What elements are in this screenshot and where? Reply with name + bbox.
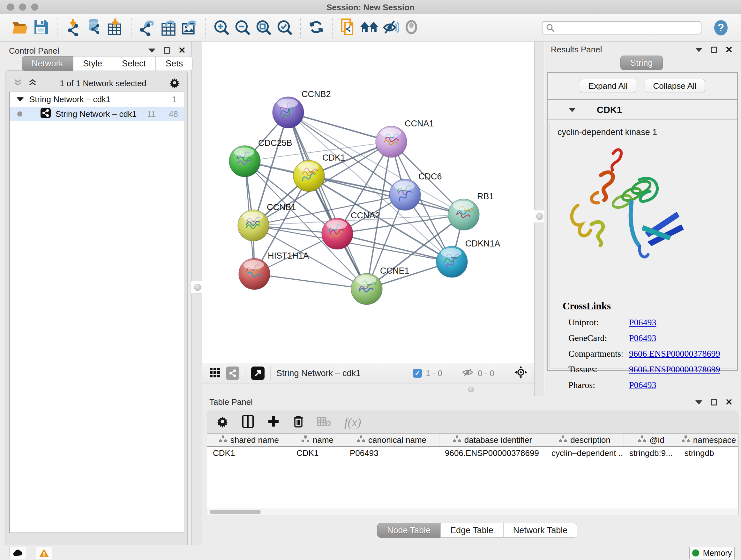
- collapse-section-icon[interactable]: [569, 108, 576, 112]
- edge-CCNB2-CCNA1[interactable]: [288, 112, 391, 142]
- save-button[interactable]: [30, 17, 52, 38]
- crosslink-link[interactable]: 9606.ENSP00000378699: [629, 349, 720, 359]
- selected-checkbox-icon[interactable]: ✓: [413, 369, 422, 378]
- panel-menu-icon[interactable]: [695, 400, 702, 405]
- zoom-in-button[interactable]: [211, 17, 232, 38]
- edge-CCNB2-CCNE1[interactable]: [288, 112, 367, 289]
- collapse-all-button[interactable]: Collapse All: [645, 79, 705, 93]
- eye-button[interactable]: [401, 17, 422, 38]
- crosslink-link[interactable]: P06493: [629, 380, 657, 390]
- expand-all-button[interactable]: Expand All: [580, 79, 636, 93]
- tree-expand-icon[interactable]: [17, 98, 23, 102]
- import-table-button[interactable]: [105, 17, 126, 38]
- node-CCNE1[interactable]: CCNE1: [351, 266, 409, 305]
- import-network-button[interactable]: [63, 17, 84, 38]
- delete-column-icon[interactable]: [293, 415, 304, 429]
- tab-style[interactable]: Style: [73, 56, 112, 71]
- tab-network-table[interactable]: Network Table: [503, 523, 578, 538]
- left-splitter[interactable]: [192, 42, 202, 545]
- table-settings-gear-icon[interactable]: [216, 415, 229, 429]
- grid-view-icon[interactable]: [209, 366, 221, 380]
- panel-menu-icon[interactable]: [695, 48, 702, 52]
- network-collection-row[interactable]: String Network – cdk1 1: [10, 92, 184, 107]
- table-cell[interactable]: 9606.ENSP00000378699: [439, 447, 546, 459]
- memory-button[interactable]: Memory: [689, 547, 735, 559]
- float-panel-icon[interactable]: [164, 47, 170, 54]
- close-panel-icon[interactable]: ✕: [725, 45, 733, 54]
- zoom-selected-button[interactable]: [274, 17, 295, 38]
- column-header-namespace[interactable]: namespace: [679, 434, 738, 447]
- collapse-all-icon[interactable]: [13, 78, 23, 89]
- network-list-header: 1 of 1 Network selected: [5, 76, 187, 90]
- node-CDKN1A[interactable]: CDKN1A: [436, 239, 500, 277]
- column-header-description[interactable]: description: [546, 434, 623, 447]
- close-panel-icon[interactable]: ✕: [179, 46, 186, 55]
- panel-menu-icon[interactable]: [148, 49, 155, 53]
- edge-HIST1H1A-CCNE1[interactable]: [254, 274, 367, 289]
- export-image-button[interactable]: [179, 17, 200, 38]
- close-panel-icon[interactable]: ✕: [725, 398, 733, 407]
- crosslink-link[interactable]: P06493: [629, 317, 657, 327]
- zoom-out-button[interactable]: [232, 17, 253, 38]
- results-actions: Expand All Collapse All: [547, 72, 738, 100]
- expand-all-icon[interactable]: [28, 78, 37, 89]
- node-HIST1H1A[interactable]: HIST1H1A: [239, 251, 309, 290]
- table-cell[interactable]: CDK1: [291, 447, 344, 459]
- eye-slash-button[interactable]: [380, 17, 401, 38]
- network-row[interactable]: String Network – cdk1 11 48: [10, 107, 184, 121]
- float-panel-icon[interactable]: [711, 399, 717, 406]
- table-cell[interactable]: P06493: [344, 447, 439, 459]
- node-CDK1[interactable]: CDK1: [293, 153, 345, 192]
- export-network-button[interactable]: [137, 17, 158, 38]
- export-table-button[interactable]: [158, 17, 179, 38]
- tab-sets[interactable]: Sets: [156, 56, 193, 71]
- network-canvas[interactable]: CCNB2 CCNA1 CDC25B CDK1: [202, 42, 534, 363]
- column-tree-icon: [219, 435, 227, 445]
- search-input[interactable]: [542, 21, 701, 35]
- birdseye-icon[interactable]: [514, 365, 528, 381]
- node-CCNA1[interactable]: CCNA1: [376, 119, 434, 158]
- warning-status-button[interactable]: [36, 547, 52, 559]
- tab-select[interactable]: Select: [112, 56, 156, 71]
- column-header-database-identifier[interactable]: database identifier: [439, 434, 546, 447]
- open-button[interactable]: [10, 17, 30, 38]
- table-hscrollbar[interactable]: [207, 509, 738, 515]
- node-table: shared namenamecanonical namedatabase id…: [207, 434, 738, 515]
- table-cell[interactable]: cyclin–dependent ...: [546, 447, 623, 459]
- add-column-icon[interactable]: [267, 415, 280, 429]
- clone-document-button[interactable]: [338, 17, 359, 38]
- show-columns-icon[interactable]: [242, 415, 254, 430]
- tab-node-table[interactable]: Node Table: [377, 523, 441, 538]
- import-database-button[interactable]: [84, 17, 105, 38]
- table-cell[interactable]: stringdb: [679, 447, 738, 459]
- column-header--id[interactable]: @id: [623, 434, 679, 447]
- network-graph[interactable]: CCNB2 CCNA1 CDC25B CDK1: [202, 42, 534, 363]
- svg-text:?: ?: [718, 21, 724, 34]
- crosslink-link[interactable]: P06493: [629, 333, 657, 343]
- zoom-fit-button[interactable]: [253, 17, 274, 38]
- node-RB1[interactable]: RB1: [448, 192, 494, 230]
- refresh-button[interactable]: [306, 17, 327, 38]
- float-panel-icon[interactable]: [711, 47, 717, 53]
- node-CCNB1[interactable]: CCNB1: [238, 202, 296, 241]
- hscroll-thumb[interactable]: [210, 510, 261, 514]
- column-header-shared-name[interactable]: shared name: [207, 434, 291, 447]
- tab-string[interactable]: String: [620, 56, 663, 70]
- table-cell[interactable]: stringdb:9...: [623, 447, 679, 459]
- houses-button[interactable]: [359, 17, 380, 38]
- cloud-status-button[interactable]: [10, 547, 26, 559]
- tab-network[interactable]: Network: [22, 56, 73, 71]
- bottom-splitter-handle[interactable]: [465, 385, 477, 394]
- tab-edge-table[interactable]: Edge Table: [441, 523, 503, 538]
- node-CDC25B[interactable]: CDC25B: [229, 138, 292, 177]
- crosslink-link[interactable]: 9606.ENSP00000378699: [629, 364, 720, 374]
- table-row[interactable]: CDK1CDK1P064939606.ENSP00000378699cyclin…: [207, 447, 738, 459]
- share-view-icon[interactable]: [226, 367, 239, 380]
- column-header-canonical-name[interactable]: canonical name: [344, 434, 439, 447]
- gene-section-header[interactable]: CDK1: [548, 100, 737, 120]
- column-header-name[interactable]: name: [291, 434, 344, 447]
- open-in-window-icon[interactable]: [251, 367, 265, 380]
- gear-icon[interactable]: [169, 77, 180, 90]
- help-button[interactable]: ?: [711, 17, 731, 38]
- table-cell[interactable]: CDK1: [207, 447, 291, 459]
